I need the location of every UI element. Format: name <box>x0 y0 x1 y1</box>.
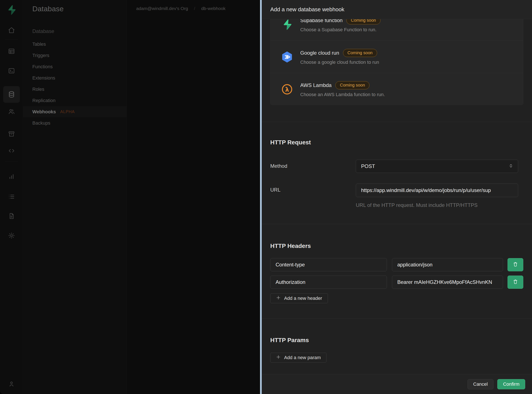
panel-body: Supabase function Coming soon Choose a S… <box>262 19 532 374</box>
add-header-button[interactable]: Add a new header <box>270 293 328 303</box>
method-value: POST <box>361 163 508 169</box>
cancel-button[interactable]: Cancel <box>468 379 494 389</box>
http-request-heading: HTTP Request <box>270 139 523 146</box>
panel-edge-divider[interactable] <box>260 0 262 394</box>
method-select[interactable]: POST <box>356 160 518 173</box>
url-input[interactable] <box>356 183 518 197</box>
provider-description: Choose a Supabase Function to run. <box>300 27 380 32</box>
header-row <box>270 258 523 271</box>
provider-supabase-function[interactable]: Supabase function Coming soon Choose a S… <box>270 19 523 41</box>
aws-lambda-icon: λ <box>281 83 293 95</box>
plus-icon <box>276 295 281 301</box>
svg-text:λ: λ <box>285 86 289 93</box>
section-divider <box>262 224 532 224</box>
header-row <box>270 275 523 289</box>
provider-description: Choose an AWS Lambda function to run. <box>300 92 385 97</box>
panel-title: Add a new database webhook <box>270 6 344 13</box>
url-label: URL <box>270 183 356 193</box>
app-window: Database Database Tables Triggers Functi… <box>0 0 532 394</box>
panel-header: Add a new database webhook <box>262 0 532 19</box>
modal-scrim[interactable] <box>0 0 260 394</box>
provider-description: Choose a google cloud function to run <box>300 60 379 65</box>
plus-icon <box>276 355 281 361</box>
provider-name: Supabase function <box>300 19 342 23</box>
provider-cards: Supabase function Coming soon Choose a S… <box>270 19 523 105</box>
method-label: Method <box>270 160 356 169</box>
provider-name: Google cloud run <box>300 50 339 56</box>
header-key-input[interactable] <box>270 258 387 271</box>
google-cloud-run-icon <box>281 51 293 63</box>
confirm-button[interactable]: Confirm <box>497 379 525 389</box>
url-helper-text: URL of the HTTP request. Must include HT… <box>356 202 523 208</box>
supabase-function-icon <box>281 19 293 30</box>
provider-name: AWS Lambda <box>300 82 332 88</box>
add-param-button[interactable]: Add a new param <box>270 353 327 363</box>
coming-soon-badge: Coming soon <box>335 81 369 89</box>
header-value-input[interactable] <box>392 275 503 289</box>
http-params-heading: HTTP Params <box>270 337 523 344</box>
provider-cards-viewport: Supabase function Coming soon Choose a S… <box>270 19 523 105</box>
delete-header-button[interactable] <box>507 258 523 271</box>
trash-icon <box>512 261 518 268</box>
select-chevrons-icon <box>508 163 514 170</box>
coming-soon-badge: Coming soon <box>343 49 377 57</box>
http-headers-heading: HTTP Headers <box>270 242 523 250</box>
webhook-side-panel: Add a new database webhook <box>262 0 532 394</box>
provider-google-cloud-run[interactable]: Google cloud run Coming soon Choose a go… <box>270 41 523 73</box>
trash-icon <box>512 279 518 285</box>
provider-aws-lambda[interactable]: λ AWS Lambda Coming soon Choose an AWS L… <box>270 73 523 105</box>
coming-soon-badge: Coming soon <box>347 19 380 25</box>
delete-header-button[interactable] <box>507 275 523 289</box>
header-value-input[interactable] <box>392 258 503 271</box>
header-key-input[interactable] <box>270 275 387 289</box>
panel-footer: Cancel Confirm <box>262 374 532 394</box>
section-divider <box>262 122 532 122</box>
